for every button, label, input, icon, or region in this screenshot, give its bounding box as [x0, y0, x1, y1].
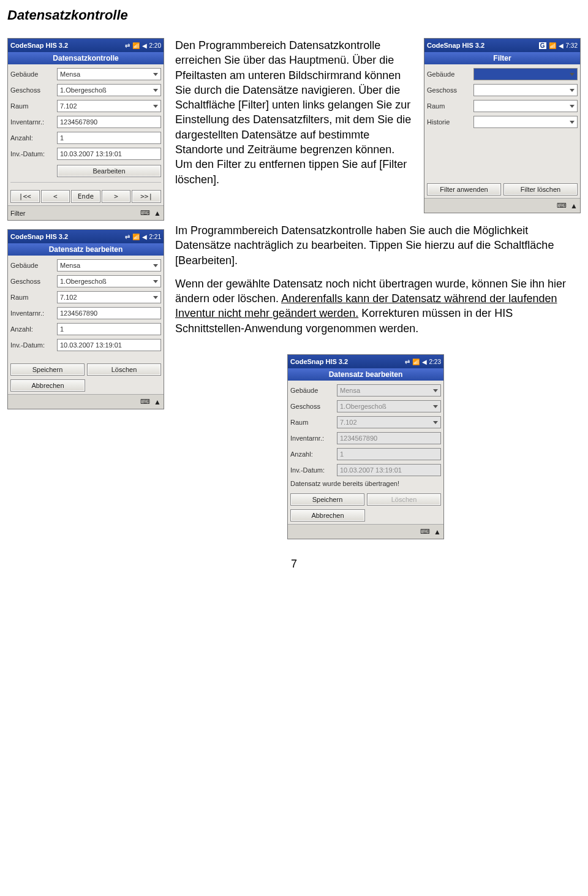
- label-inventarnr: Inventarnr.:: [10, 118, 55, 126]
- select-geschoss[interactable]: [473, 84, 578, 96]
- label-geschoss: Geschoss: [427, 86, 471, 94]
- status-bar: CodeSnap HIS 3.2 ⇄ 📶 ◀ 2:20: [8, 39, 164, 52]
- speichern-button[interactable]: Speichern: [10, 363, 85, 376]
- nav-first-button[interactable]: |<<: [10, 190, 40, 203]
- keyboard-icon[interactable]: ⌨: [140, 398, 150, 406]
- network-icon: ⇄: [405, 359, 410, 365]
- label-raum: Raum: [10, 102, 55, 110]
- signal-icon: 📶: [412, 359, 420, 365]
- select-gebaeude: Mensa: [337, 384, 441, 397]
- label-gebaeude: Gebäude: [10, 262, 55, 269]
- nav-next-button[interactable]: >: [102, 190, 131, 203]
- signal-icon: 📶: [132, 233, 140, 240]
- arrow-up-icon[interactable]: ▲: [434, 528, 441, 536]
- select-gebaeude[interactable]: Mensa: [57, 68, 161, 80]
- keyboard-icon[interactable]: ⌨: [140, 209, 150, 217]
- speichern-button[interactable]: Speichern: [290, 493, 364, 506]
- app-name: CodeSnap HIS 3.2: [427, 42, 539, 49]
- nav-end-button[interactable]: Ende: [71, 190, 100, 203]
- select-geschoss: 1.Obergeschoß: [337, 400, 441, 412]
- select-raum: 7.102: [337, 416, 441, 428]
- arrow-up-icon[interactable]: ▲: [570, 202, 578, 210]
- page-number: 7: [7, 558, 581, 571]
- app-name: CodeSnap HIS 3.2: [10, 42, 125, 49]
- bottom-filter-link[interactable]: Filter: [10, 210, 137, 217]
- label-anzahl: Anzahl:: [10, 325, 55, 333]
- keyboard-icon[interactable]: ⌨: [420, 528, 430, 536]
- select-geschoss[interactable]: 1.Obergeschoß: [57, 275, 161, 287]
- window-title: Datensatzkontrolle: [8, 52, 164, 64]
- bearbeiten-button[interactable]: Bearbeiten: [57, 165, 161, 177]
- app-name: CodeSnap HIS 3.2: [10, 233, 125, 240]
- label-raum: Raum: [427, 102, 471, 110]
- select-gebaeude[interactable]: Mensa: [57, 259, 161, 271]
- label-gebaeude: Gebäude: [427, 70, 471, 78]
- pda-datensatz-bearbeiten-locked: CodeSnap HIS 3.2 ⇄ 📶 ◀ 2:23 Datensatz be…: [287, 354, 444, 539]
- speaker-icon: ◀: [559, 42, 564, 49]
- filter-loeschen-button[interactable]: Filter löschen: [503, 183, 578, 196]
- input-anzahl[interactable]: 1: [57, 323, 161, 335]
- label-gebaeude: Gebäude: [10, 70, 55, 78]
- clock: 7:32: [566, 42, 578, 49]
- select-historie[interactable]: [473, 116, 578, 128]
- select-raum[interactable]: [473, 100, 578, 112]
- label-historie: Historie: [427, 118, 471, 126]
- label-geschoss: Geschoss: [290, 403, 334, 410]
- select-gebaeude[interactable]: [473, 68, 578, 80]
- arrow-up-icon[interactable]: ▲: [154, 398, 161, 406]
- body-text-block: Den Programmbereich Datensatzkontrolle e…: [175, 38, 413, 196]
- loeschen-button-disabled: Löschen: [367, 493, 441, 506]
- speaker-icon: ◀: [422, 359, 427, 365]
- input-anzahl: 1: [337, 448, 441, 460]
- input-inventarnr[interactable]: 1234567890: [57, 116, 161, 128]
- nav-prev-button[interactable]: <: [41, 190, 70, 203]
- g-icon: G: [539, 42, 546, 49]
- input-invdatum: 10.03.2007 13:19:01: [337, 464, 441, 476]
- signal-icon: 📶: [132, 42, 140, 49]
- clock: 2:21: [149, 233, 161, 240]
- network-icon: ⇄: [125, 233, 130, 240]
- body-text-block-2: Im Programmbereich Datensatzkontrolle ha…: [175, 223, 581, 344]
- window-title: Filter: [424, 52, 580, 64]
- signal-icon: 📶: [549, 42, 556, 49]
- clock: 2:23: [429, 359, 441, 365]
- label-invdatum: Inv.-Datum:: [290, 466, 334, 474]
- paragraph-2: Im Programmbereich Datensatzkontrolle ha…: [175, 223, 581, 268]
- left-column: CodeSnap HIS 3.2 ⇄ 📶 ◀ 2:20 Datensatzkon…: [7, 38, 164, 539]
- label-raum: Raum: [290, 419, 334, 426]
- input-invdatum[interactable]: 10.03.2007 13:19:01: [57, 148, 161, 160]
- paragraph-1: Den Programmbereich Datensatzkontrolle e…: [175, 38, 413, 187]
- clock: 2:20: [149, 42, 161, 49]
- label-anzahl: Anzahl:: [290, 450, 334, 458]
- select-raum[interactable]: 7.102: [57, 291, 161, 303]
- loeschen-button[interactable]: Löschen: [87, 363, 161, 376]
- pda-datensatzkontrolle: CodeSnap HIS 3.2 ⇄ 📶 ◀ 2:20 Datensatzkon…: [7, 38, 164, 221]
- select-geschoss[interactable]: 1.Obergeschoß: [57, 84, 161, 96]
- arrow-up-icon[interactable]: ▲: [154, 209, 161, 218]
- status-bar: CodeSnap HIS 3.2 G 📶 ◀ 7:32: [424, 39, 580, 52]
- network-icon: ⇄: [125, 42, 130, 49]
- pda-filter: CodeSnap HIS 3.2 G 📶 ◀ 7:32 Filter Gebäu…: [424, 38, 581, 213]
- label-invdatum: Inv.-Datum:: [10, 150, 55, 158]
- input-inventarnr[interactable]: 1234567890: [57, 307, 161, 319]
- label-invdatum: Inv.-Datum:: [10, 341, 55, 349]
- paragraph-3: Wenn der gewählte Datensatz noch nicht ü…: [175, 276, 581, 336]
- label-inventarnr: Inventarnr.:: [290, 435, 334, 442]
- input-invdatum[interactable]: 10.03.2007 13:19:01: [57, 339, 161, 351]
- info-message: Datensatz wurde bereits übertragen!: [290, 479, 441, 490]
- label-geschoss: Geschoss: [10, 86, 55, 94]
- select-raum[interactable]: 7.102: [57, 100, 161, 112]
- nav-last-button[interactable]: >>|: [132, 190, 161, 203]
- abbrechen-button[interactable]: Abbrechen: [10, 379, 85, 392]
- label-inventarnr: Inventarnr.:: [10, 309, 55, 317]
- keyboard-icon[interactable]: ⌨: [557, 202, 567, 210]
- input-inventarnr: 1234567890: [337, 432, 441, 444]
- filter-anwenden-button[interactable]: Filter anwenden: [427, 183, 501, 196]
- label-anzahl: Anzahl:: [10, 134, 55, 142]
- status-bar: CodeSnap HIS 3.2 ⇄ 📶 ◀ 2:23: [288, 355, 443, 368]
- abbrechen-button[interactable]: Abbrechen: [290, 509, 365, 522]
- speaker-icon: ◀: [142, 233, 147, 240]
- input-anzahl[interactable]: 1: [57, 132, 161, 144]
- label-raum: Raum: [10, 294, 55, 301]
- speaker-icon: ◀: [142, 42, 147, 49]
